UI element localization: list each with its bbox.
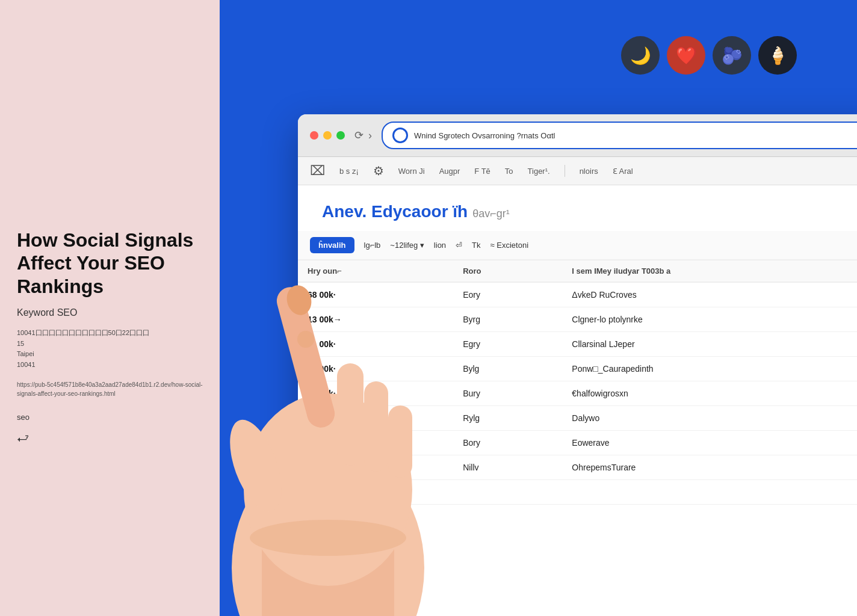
address-circle-icon [392, 128, 408, 143]
toolbar-return[interactable]: ⏎ [456, 241, 462, 250]
col-header-2[interactable]: Roro [453, 260, 562, 282]
traffic-lights [310, 131, 345, 140]
col-header-1[interactable]: Hry oun⌐ [298, 260, 453, 282]
toolbar-lion[interactable]: lion [434, 241, 446, 250]
meta-line4: 10041 [17, 360, 203, 371]
cell-col1: 62 00k· [298, 381, 453, 406]
cell-col2: Nillv [453, 455, 562, 480]
table-row[interactable]: 62 00k· Bury €halfowigrosxn [298, 381, 857, 406]
cell-col3: Dalywo [562, 406, 857, 431]
cell-col1: 17 004· [298, 406, 453, 431]
toolbar-item-tiger[interactable]: Tiger¹. [528, 167, 550, 176]
toolbar-excietoni[interactable]: ≈ Excietoni [490, 241, 529, 250]
close-button[interactable] [310, 131, 318, 140]
cell-col1: 13 00k→ [298, 307, 453, 332]
cell-col1: 68 00k· [298, 282, 453, 307]
toolbar-item-to[interactable]: To [505, 167, 513, 176]
cell-col2: Bury [453, 381, 562, 406]
cell-col1: 8F 00k· [298, 480, 453, 505]
table-toolbar: ĥnvalih lg⌐lb ~12lifeg ▾ lion ⏎ Tk ≈ Exc… [298, 231, 857, 260]
article-title: How Social Signals Affect Your SEO Ranki… [17, 229, 203, 298]
table-row[interactable]: 80 00k· Bylg Ponw□_Caurapedinth [298, 357, 857, 381]
meta-info: 10041囗囗囗囗囗囗囗囗囗囗囗50囗22囗囗囗 15 Taipei 10041 [17, 328, 203, 370]
page-heading: Anev. Edycaoor ïh θav⌐gr¹ [298, 185, 857, 231]
cell-col3: OhrepemsTurare [562, 455, 857, 480]
meta-line1: 10041囗囗囗囗囗囗囗囗囗囗囗50囗22囗囗囗 [17, 328, 203, 339]
forward-icon[interactable]: › [368, 129, 372, 142]
icon-moon: 🌙 [621, 36, 660, 75]
toolbar-12lifeg[interactable]: ~12lifeg ▾ [390, 241, 424, 250]
maximize-button[interactable] [336, 131, 345, 140]
cell-col2 [453, 480, 562, 505]
toolbar-icon-sq[interactable]: ⚙ [373, 164, 384, 178]
article-url[interactable]: https://pub-5c454f571b8e40a3a2aad27ade84… [17, 380, 203, 398]
cell-col3: Clgner-lo ptolynrke [562, 307, 857, 332]
page-title-sub: θav⌐gr¹ [472, 208, 510, 220]
toolbar-item-augpr[interactable]: Augpr [439, 167, 460, 176]
toolbar-icon-cp[interactable]: ⌧ [310, 163, 325, 179]
cell-col3: Ponw□_Caurapedinth [562, 357, 857, 381]
browser-window: ⟳ › Wnind Sgrotech Ovsarroning ?rnats Oα… [298, 114, 857, 616]
cell-col3: ΔvkeD RuCroves [562, 282, 857, 307]
data-table: Hry oun⌐ Roro I sem IMey iludyar T003b a… [298, 260, 857, 505]
table-row[interactable]: 13 00k→ Byrg Clgner-lo ptolynrke [298, 307, 857, 332]
toolbar-item-f-te[interactable]: F Tē [474, 167, 490, 176]
toolbar-item-bsz[interactable]: b s z¡ [339, 167, 359, 176]
cell-col2: Byrg [453, 307, 562, 332]
cell-col2: Egry [453, 332, 562, 357]
browser-nav: ⟳ › [354, 129, 372, 142]
tag-seo: seo [17, 413, 203, 422]
table-row[interactable]: 81 00k· Egry Cllarsinal LJeper [298, 332, 857, 357]
cell-col2: Rylg [453, 406, 562, 431]
cell-col2: Eory [453, 282, 562, 307]
table-row[interactable]: 17 004· Rylg Dalywo [298, 406, 857, 431]
minimize-button[interactable] [323, 131, 332, 140]
browser-toolbar: ⌧ b s z¡ ⚙ Worn Ji Augpr F Tē To Tiger¹.… [298, 157, 857, 185]
toolbar-item-aral[interactable]: Ɛ Aral [613, 167, 633, 176]
table-row[interactable]: 32 00k· Bory Eowerave [298, 431, 857, 455]
address-bar[interactable]: Wnind Sgrotech Ovsarroning ?rnats Oαtl [382, 122, 857, 149]
cell-col1: SO 00k· [298, 455, 453, 480]
address-text[interactable]: Wnind Sgrotech Ovsarroning ?rnats Oαtl [414, 131, 857, 140]
table-header: Hry oun⌐ Roro I sem IMey iludyar T003b a [298, 260, 857, 282]
tag-icon: ⮐ [17, 431, 203, 445]
table-row[interactable]: SO 00k· Nillv OhrepemsTurare [298, 455, 857, 480]
icon-icecream: 🍦 [758, 36, 797, 75]
meta-line2: 15 [17, 339, 203, 350]
top-icons: 🌙 ❤️ 🫐 🍦 [621, 36, 797, 75]
keyword-label: Keyword SEO [17, 307, 203, 318]
toolbar-tk[interactable]: Tk [472, 241, 480, 250]
table-row[interactable]: 68 00k· Eory ΔvkeD RuCroves [298, 282, 857, 307]
toolbar-separator [565, 165, 565, 177]
right-panel: 🌙 ❤️ 🫐 🍦 ⟳ › Wnind Sgrotech Ovsarroning … [220, 0, 857, 616]
table-body: 68 00k· Eory ΔvkeD RuCroves 13 00k→ Byrg… [298, 282, 857, 505]
browser-content: Anev. Edycaoor ïh θav⌐gr¹ ĥnvalih lg⌐lb … [298, 185, 857, 616]
meta-line3: Taipei [17, 349, 203, 360]
cell-col2: Bory [453, 431, 562, 455]
browser-chrome: ⟳ › Wnind Sgrotech Ovsarroning ?rnats Oα… [298, 114, 857, 157]
col-header-3[interactable]: I sem IMey iludyar T003b a [562, 260, 857, 282]
back-icon[interactable]: ⟳ [354, 129, 364, 142]
cell-col3 [562, 480, 857, 505]
left-panel: How Social Signals Affect Your SEO Ranki… [0, 0, 220, 616]
cell-col3: Eowerave [562, 431, 857, 455]
table-row[interactable]: 8F 00k· [298, 480, 857, 505]
cell-col3: Cllarsinal LJeper [562, 332, 857, 357]
cell-col1: 80 00k· [298, 357, 453, 381]
svg-point-7 [220, 413, 292, 518]
icon-blueberry: 🫐 [713, 36, 751, 75]
toolbar-item-worn-ji[interactable]: Worn Ji [398, 167, 425, 176]
toolbar-lglb[interactable]: lg⌐lb [364, 241, 381, 250]
cell-col1: 32 00k· [298, 431, 453, 455]
cell-col1: 81 00k· [298, 332, 453, 357]
toolbar-item-nloirs[interactable]: nloirs [580, 167, 598, 176]
cell-col3: €halfowigrosxn [562, 381, 857, 406]
icon-heart: ❤️ [667, 36, 705, 75]
hnvalih-button[interactable]: ĥnvalih [310, 237, 354, 253]
page-title-main: Anev. Edycaoor ïh [322, 202, 468, 221]
cell-col2: Bylg [453, 357, 562, 381]
